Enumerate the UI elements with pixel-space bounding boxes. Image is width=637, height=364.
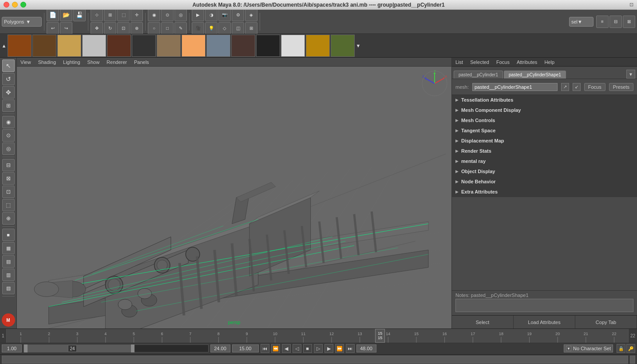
copy-tab-button[interactable]: Copy Tab: [575, 316, 637, 329]
light-tool[interactable]: 💡: [205, 22, 218, 35]
max-frames-input[interactable]: [356, 344, 376, 352]
step-back-btn[interactable]: ⏪: [271, 344, 280, 353]
snap-tool[interactable]: ✛: [131, 9, 143, 21]
scale-left-tool[interactable]: ⊞: [2, 99, 15, 112]
status-scroll[interactable]: [630, 356, 635, 364]
undo-button[interactable]: ↩: [47, 22, 59, 35]
namespace-button[interactable]: ⊞: [245, 22, 257, 35]
timeline-playhead[interactable]: 15 15: [375, 329, 385, 343]
load-attributes-button[interactable]: Load Attributes: [514, 316, 575, 329]
component-5-tool[interactable]: ⊕: [2, 212, 15, 225]
section-mental-ray-header[interactable]: ▶ mental ray: [452, 156, 637, 166]
thumbnail-2[interactable]: [57, 35, 81, 57]
new-file-button[interactable]: 📄: [47, 9, 59, 21]
viewport-menu-renderer[interactable]: Renderer: [107, 59, 127, 65]
minimize-button[interactable]: [12, 2, 18, 8]
scale-tool[interactable]: ⊡: [117, 22, 130, 35]
soft-mod-tool[interactable]: ◉: [2, 116, 15, 128]
tab-pCylinderShape1[interactable]: pasted__pCylinderShape1: [504, 71, 566, 79]
close-button[interactable]: [4, 2, 9, 8]
scroll-down-indicator[interactable]: ▼: [355, 43, 361, 48]
tab-options-arrow[interactable]: ▼: [626, 70, 635, 79]
presets-button[interactable]: Presets: [609, 83, 633, 91]
show-manipulator-tool[interactable]: ◎: [2, 142, 15, 155]
thumbnail-9[interactable]: [231, 35, 255, 57]
step-fwd-btn[interactable]: ⏩: [335, 344, 344, 353]
play-back-btn[interactable]: ◁: [293, 344, 301, 353]
render-button[interactable]: ▶: [192, 9, 204, 21]
section-node-behavior-header[interactable]: ▶ Node Behavior: [452, 177, 637, 186]
thumbnail-8[interactable]: [206, 35, 230, 57]
thumbnail-13[interactable]: [331, 35, 355, 57]
timeline[interactable]: 1 15 15 // drawn via JS below 1234567891…: [0, 329, 637, 343]
navigation-gizmo[interactable]: X Y Z: [421, 70, 448, 97]
node-name-input[interactable]: [472, 83, 558, 91]
viewport-menu-panels[interactable]: Panels: [134, 59, 149, 65]
paint-tool[interactable]: ✎: [174, 22, 187, 35]
thumb-scroll-left[interactable]: ▲: [1, 43, 7, 48]
mode-dropdown[interactable]: Polygons ▼: [2, 17, 42, 27]
select-button[interactable]: Select: [452, 316, 514, 329]
playback-time-input[interactable]: [232, 344, 259, 352]
panel-attributes-btn[interactable]: Attributes: [515, 59, 539, 65]
thumbnail-5[interactable]: [132, 35, 156, 57]
visor-button[interactable]: ◫: [232, 22, 244, 35]
range-slider[interactable]: 24: [24, 344, 209, 352]
thumbnail-7[interactable]: [182, 35, 206, 57]
rectangle-select-tool[interactable]: □: [161, 22, 174, 35]
window-resize-icon[interactable]: ⊡: [629, 2, 633, 8]
open-file-button[interactable]: 📂: [60, 9, 72, 21]
section-render-stats-header[interactable]: ▶ Render Stats: [452, 146, 637, 156]
panel-list-btn[interactable]: List: [454, 59, 465, 65]
panel-focus-btn[interactable]: Focus: [495, 59, 511, 65]
focus-button[interactable]: Focus: [584, 83, 605, 91]
section-mesh-controls-header[interactable]: ▶ Mesh Controls: [452, 115, 637, 125]
component-1-tool[interactable]: ⊟: [2, 159, 15, 171]
sel-dropdown[interactable]: sel▼: [569, 17, 593, 27]
range-end-input[interactable]: [210, 344, 230, 352]
redo-button[interactable]: ↪: [60, 22, 72, 35]
thumbnail-10[interactable]: [256, 35, 280, 57]
component-2-tool[interactable]: ⊠: [2, 172, 15, 185]
settings-icon-2[interactable]: ⊟: [609, 16, 622, 28]
notes-input[interactable]: [455, 299, 633, 312]
lock-icon[interactable]: 🔒: [617, 344, 625, 353]
timeline-ticks-area[interactable]: 15 15 // drawn via JS below 123456789101…: [7, 329, 628, 343]
panel-selected-btn[interactable]: Selected: [468, 59, 491, 65]
universal-manip-tool[interactable]: ⊕: [131, 22, 143, 35]
thumbnail-11[interactable]: [281, 35, 305, 57]
range-handle-right[interactable]: [131, 344, 135, 352]
section-tangent-space-header[interactable]: ▶ Tangent Space: [452, 126, 637, 135]
hypershade-button[interactable]: ◈: [245, 9, 257, 21]
play-fwd-btn[interactable]: ▷: [314, 344, 323, 353]
thumbnail-3[interactable]: [82, 35, 106, 57]
move-left-tool[interactable]: ✥: [2, 86, 15, 99]
section-mesh-component-header[interactable]: ▶ Mesh Component Display: [452, 105, 637, 115]
display-5-tool[interactable]: ▧: [2, 282, 15, 294]
stop-btn[interactable]: ■: [303, 344, 312, 353]
render-settings-button[interactable]: ⚙: [232, 9, 244, 21]
jump-to-end-btn[interactable]: ⏭: [346, 344, 355, 353]
ipr-render-button[interactable]: ◑: [205, 9, 218, 21]
lasso-select-tool[interactable]: ⊞: [104, 9, 116, 21]
prev-frame-btn[interactable]: ◀: [282, 344, 291, 353]
select-arrow-tool[interactable]: ↖: [2, 59, 15, 72]
jump-to-start-btn[interactable]: ⏮: [261, 344, 269, 353]
viewport-3d[interactable]: X Y Z: [17, 67, 451, 328]
soft-select-tool[interactable]: ◉: [148, 9, 160, 21]
settings-icon-3[interactable]: ⊠: [623, 16, 635, 28]
viewport-menu-shading[interactable]: Shading: [38, 59, 56, 65]
move-tool[interactable]: ✥: [91, 22, 103, 35]
thumbnail-0[interactable]: [8, 35, 32, 57]
save-file-button[interactable]: 💾: [73, 9, 86, 21]
settings-icon-1[interactable]: ≡: [596, 16, 609, 28]
panel-help-btn[interactable]: Help: [542, 59, 556, 65]
camera-tool[interactable]: 🎥: [192, 22, 204, 35]
rotate-tool[interactable]: ↻: [104, 22, 116, 35]
select-tool[interactable]: ⊹: [91, 9, 103, 21]
next-frame-btn[interactable]: ▶: [324, 344, 333, 353]
tab-pCylinder1[interactable]: pasted__pCylinder1: [454, 71, 503, 79]
material-tool[interactable]: ◇: [218, 22, 231, 35]
thumbnail-4[interactable]: [107, 35, 131, 57]
node-paste-icon[interactable]: ↙: [573, 83, 581, 91]
